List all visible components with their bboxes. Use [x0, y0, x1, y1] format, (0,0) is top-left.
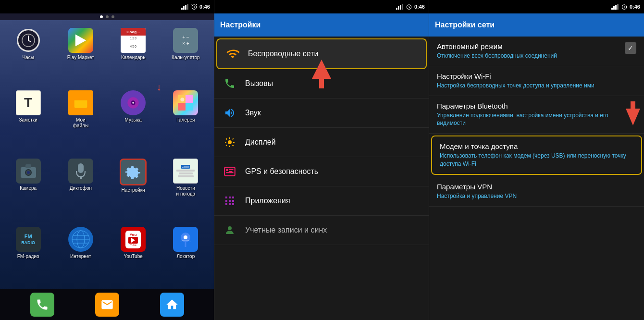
network-item-airplane[interactable]: Автономный режим Отключение всех беспров… — [429, 37, 644, 66]
svg-rect-50 — [229, 200, 231, 202]
dictaphone-svg — [75, 163, 87, 179]
svg-rect-45 — [226, 172, 233, 173]
dock-home-icon[interactable] — [160, 293, 184, 317]
svg-line-62 — [624, 7, 625, 8]
internet-icon — [68, 227, 93, 252]
app-files[interactable]: Моифайлы — [54, 86, 107, 155]
calls-svg — [224, 78, 235, 89]
calc-icon: + − × ÷ — [173, 28, 198, 53]
accounts-svg — [224, 224, 235, 236]
settings-item-wireless[interactable]: Беспроводные сети — [216, 38, 427, 69]
gps-text: GPS и безопасность — [245, 167, 421, 176]
svg-rect-53 — [229, 203, 231, 205]
settings-item-accounts[interactable]: Учетные записи и синх — [214, 216, 429, 245]
bluetooth-subtitle: Управление подключениями, настройка имен… — [437, 111, 636, 128]
network-item-hotspot[interactable]: Модем и точка доступа Использовать телеф… — [431, 135, 642, 175]
bluetooth-title: Параметры Bluetooth — [437, 102, 636, 110]
settings-item-calls[interactable]: Вызовы — [214, 69, 429, 98]
settings-item-display[interactable]: Дисплей — [214, 128, 429, 157]
home-screen-panel: 0:46 Часы — [0, 0, 214, 320]
accounts-text: Учетные записи и синх — [245, 226, 421, 234]
youtube-icon: You Tube — [121, 227, 146, 252]
files-icon — [68, 90, 93, 115]
dot-1 — [100, 15, 103, 18]
settings-item-sound[interactable]: Звук — [214, 98, 429, 128]
playmarket-icon — [68, 28, 93, 53]
calls-title: Вызовы — [245, 79, 421, 88]
app-fmradio[interactable]: FMRADIO FM-радио — [2, 223, 54, 285]
app-news[interactable]: Google Новостии погода — [160, 155, 212, 223]
svg-line-6 — [194, 7, 195, 8]
clock-face-svg — [21, 33, 36, 48]
dot-2 — [106, 15, 109, 18]
svg-rect-1 — [183, 6, 185, 10]
dock-phone-icon[interactable] — [30, 293, 54, 317]
svg-rect-34 — [400, 5, 401, 10]
sound-text: Звук — [245, 109, 421, 117]
notes-icon: T — [16, 90, 41, 115]
svg-rect-35 — [402, 4, 403, 10]
app-camera[interactable]: Камера — [2, 155, 54, 223]
phone-svg — [36, 298, 49, 311]
app-music[interactable]: ↓ Музыка — [107, 86, 160, 155]
alarm-icon-2 — [406, 3, 412, 10]
network-item-wifi[interactable]: Настройки Wi-Fi Настройка беспроводных т… — [429, 66, 644, 96]
sound-settings-icon — [222, 105, 237, 121]
airplane-title: Автономный режим — [437, 42, 625, 50]
fmradio-icon: FMRADIO — [16, 227, 41, 252]
svg-line-9 — [28, 40, 31, 42]
dictaphone-label: Диктофон — [70, 185, 92, 191]
settings-screen-panel: 0:46 Настройки Беспроводные сети — [214, 0, 429, 320]
music-label: Музыка — [124, 117, 141, 123]
svg-line-38 — [409, 7, 410, 8]
music-svg — [126, 96, 140, 110]
app-notes[interactable]: T Заметки — [2, 86, 54, 155]
dock-mail-icon[interactable] — [95, 293, 119, 317]
gallery-label: Галерея — [176, 117, 195, 123]
status-bar-2: 0:46 — [214, 0, 429, 13]
svg-rect-3 — [187, 4, 188, 10]
network-settings-header: Настройки сети — [429, 13, 644, 37]
app-calc[interactable]: + − × ÷ Калькулятор — [160, 24, 212, 86]
svg-rect-56 — [611, 8, 613, 10]
app-playmarket[interactable]: Play Маркет — [54, 24, 107, 86]
app-grid: Часы Play Маркет Goog... 123456 Календар… — [0, 20, 214, 289]
gallery-icon — [173, 90, 198, 115]
app-gallery[interactable]: Галерея — [160, 86, 212, 155]
airplane-subtitle: Отключение всех беспроводных соединений — [437, 52, 625, 60]
app-youtube[interactable]: You Tube YouTube — [107, 223, 160, 285]
svg-rect-24 — [80, 177, 82, 179]
settings-item-apps[interactable]: Приложения — [214, 186, 429, 216]
sound-svg — [224, 107, 235, 119]
network-item-vpn[interactable]: Параметры VPN Настройка и управление VPN — [429, 177, 644, 207]
apps-title: Приложения — [245, 197, 421, 205]
wifi-svg — [226, 47, 239, 61]
app-clock[interactable]: Часы — [2, 24, 54, 86]
dictaphone-icon — [68, 159, 93, 184]
settings-header: Настройки — [214, 13, 429, 37]
calls-settings-icon — [222, 76, 237, 91]
svg-rect-54 — [232, 203, 234, 205]
svg-rect-2 — [185, 5, 186, 10]
hotspot-subtitle: Использовать телефон как модем (через US… — [440, 152, 633, 168]
app-settings[interactable]: Настройки — [107, 155, 160, 223]
calendar-label: Календарь — [121, 55, 145, 61]
app-calendar[interactable]: Goog... 123456 Календарь — [107, 24, 160, 86]
app-dictaphone[interactable]: Диктофон — [54, 155, 107, 223]
internet-label: Интернет — [70, 254, 91, 259]
fmradio-label: FM-радио — [17, 254, 39, 259]
svg-rect-16 — [186, 95, 193, 103]
locator-icon — [173, 227, 198, 252]
alarm-icon-1 — [191, 3, 198, 10]
svg-rect-43 — [229, 169, 234, 170]
camera-icon — [16, 159, 41, 184]
svg-rect-32 — [396, 8, 397, 10]
settings-item-gps[interactable]: GPS и безопасность — [214, 157, 429, 186]
app-internet[interactable]: Интернет — [54, 223, 107, 285]
app-locator[interactable]: Локатор — [160, 223, 212, 285]
gps-title: GPS и безопасность — [245, 167, 421, 176]
network-item-bluetooth[interactable]: Параметры Bluetooth Управление подключен… — [429, 96, 644, 134]
airplane-checkbox[interactable]: ✓ — [625, 42, 636, 54]
news-icon: Google — [173, 159, 198, 184]
notes-label: Заметки — [19, 117, 37, 123]
